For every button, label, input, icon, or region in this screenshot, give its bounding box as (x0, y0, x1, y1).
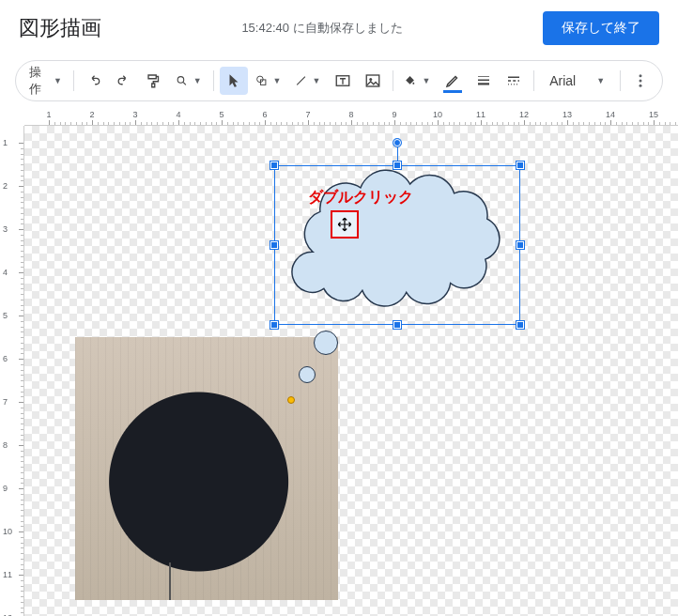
svg-point-0 (177, 77, 184, 84)
cursor-icon (225, 72, 242, 89)
resize-handle-s[interactable] (393, 321, 401, 329)
select-tool[interactable] (220, 67, 248, 95)
canvas-area: 123456789101112131415 12345678910111213 (0, 109, 678, 616)
line-weight-button[interactable] (470, 67, 498, 95)
actions-menu[interactable]: 操作▼ (23, 67, 68, 95)
autosave-status: 15:42:40 に自動保存しました (116, 20, 528, 37)
resize-handle-se[interactable] (516, 321, 524, 329)
bubble-dot-small[interactable] (299, 366, 316, 383)
annotation-cursor-box (331, 210, 359, 239)
zoom-icon (176, 72, 188, 89)
resize-handle-w[interactable] (270, 241, 278, 249)
bubble-dot-large[interactable] (314, 331, 338, 355)
resize-handle-ne[interactable] (516, 162, 524, 169)
line-weight-icon (475, 72, 492, 89)
fill-color-button[interactable]: ▼ (398, 67, 436, 95)
line-color-button[interactable] (438, 67, 468, 95)
svg-point-6 (639, 74, 641, 77)
svg-point-5 (369, 78, 372, 81)
resize-handle-n[interactable] (393, 162, 401, 169)
shape-icon (255, 72, 268, 89)
svg-point-1 (256, 76, 263, 83)
pencil-icon (444, 72, 461, 89)
more-menu[interactable] (626, 67, 655, 95)
dialog-title: 図形描画 (19, 14, 101, 42)
font-selector[interactable]: Arial▼ (540, 73, 614, 88)
canvas[interactable]: ダブルクリック (24, 126, 678, 616)
paint-roller-icon (146, 72, 162, 89)
textbox-icon (334, 72, 351, 89)
undo-button[interactable] (80, 67, 108, 95)
undo-icon (85, 72, 102, 89)
textbox-button[interactable] (329, 67, 357, 95)
line-dash-button[interactable] (500, 67, 528, 95)
resize-handle-nw[interactable] (270, 162, 278, 169)
resize-handle-sw[interactable] (270, 321, 278, 329)
shape-adjust-handle[interactable] (287, 396, 295, 404)
resize-handle-e[interactable] (516, 241, 524, 249)
toolbar: 操作▼ ▼ ▼ ▼ ▼ Arial▼ (15, 60, 663, 101)
paint-format-button[interactable] (140, 67, 168, 95)
annotation-label: ダブルクリック (308, 188, 413, 208)
image-button[interactable] (359, 67, 387, 95)
selected-shape[interactable]: ダブルクリック (274, 165, 520, 325)
header: 図形描画 15:42:40 に自動保存しました 保存して終了 (0, 0, 678, 56)
redo-icon (116, 72, 132, 89)
ruler-vertical: 12345678910111213 (0, 126, 24, 616)
zoom-menu[interactable]: ▼ (170, 67, 208, 95)
line-icon (295, 72, 307, 89)
paint-bucket-icon (404, 72, 416, 89)
shape-menu[interactable]: ▼ (250, 67, 287, 95)
redo-button[interactable] (110, 67, 138, 95)
rotation-handle[interactable] (393, 139, 401, 146)
font-name: Arial (549, 73, 576, 88)
save-and-close-button[interactable]: 保存して終了 (543, 11, 659, 45)
line-menu[interactable]: ▼ (289, 67, 327, 95)
line-dash-icon (505, 72, 522, 89)
svg-rect-4 (366, 75, 379, 86)
move-cursor-icon (336, 216, 353, 233)
actions-label: 操作 (29, 64, 48, 98)
svg-point-8 (639, 85, 641, 87)
more-vert-icon (632, 72, 649, 89)
image-icon (364, 72, 381, 89)
ruler-horizontal: 123456789101112131415 (24, 109, 678, 126)
svg-point-7 (639, 80, 641, 83)
